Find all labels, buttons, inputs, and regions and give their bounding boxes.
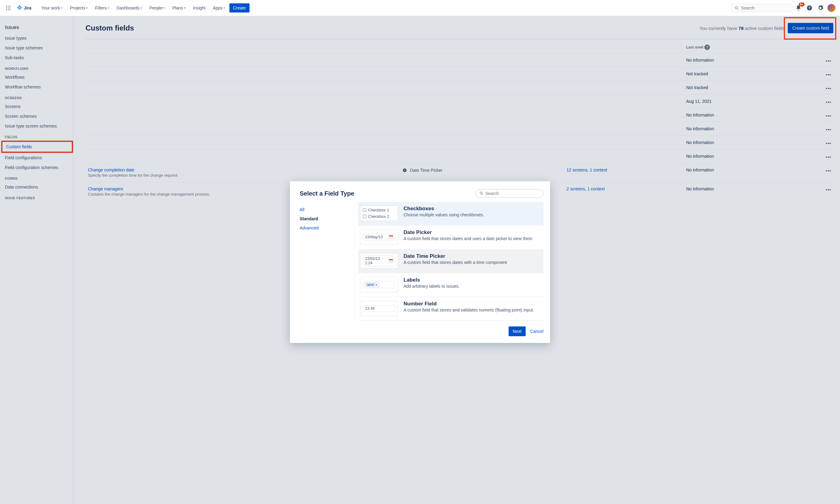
cancel-link[interactable]: Cancel [530,329,544,334]
more-actions-icon[interactable] [826,115,831,116]
chevron-down-icon: ▾ [224,6,225,10]
more-actions-icon[interactable] [826,74,831,75]
more-actions-icon[interactable] [826,189,831,191]
chevron-down-icon: ▾ [140,6,142,10]
more-actions-icon[interactable] [826,60,831,61]
profile-avatar[interactable] [826,3,836,13]
sidebar-item-issue-types[interactable]: Issue types [1,33,73,43]
last-used-value: No information [684,149,788,163]
field-type-thumbnail: 23/02/13 1:24 [360,253,398,269]
nav-apps[interactable]: Apps▾ [210,4,228,12]
admin-sidebar: Issues Issue types Issue type schemes Su… [0,16,73,504]
table-row: Not tracked [86,81,833,94]
global-search[interactable] [731,4,792,12]
field-type-option[interactable]: 13.34Number FieldA custom field that sto… [358,297,544,321]
sidebar-heading-workflows: WORKFLOWS [1,62,73,72]
more-actions-icon[interactable] [826,170,831,172]
svg-text:?: ? [808,6,810,10]
notifications-icon[interactable]: 9+ [793,3,803,13]
sidebar-heading-issue-features: ISSUE FEATURES [1,192,73,202]
svg-point-8 [10,10,11,11]
sidebar-item-field-configurations[interactable]: Field configurations [1,153,73,163]
global-search-input[interactable] [741,5,789,11]
field-name-link[interactable]: Change completion date [88,167,397,173]
field-type-title: Date Time Picker [404,253,507,259]
field-type-option[interactable]: 23/02/13 1:24Date Time PickerA custom fi… [358,250,544,273]
settings-icon[interactable] [816,3,825,13]
more-actions-icon[interactable] [826,88,831,89]
field-type-option[interactable]: 23/May/13Date PickerA custom field that … [358,226,544,250]
sidebar-item-data-connections[interactable]: Data connections [1,182,73,192]
sidebar-item-sub-tasks[interactable]: Sub-tasks [1,53,73,62]
more-actions-icon[interactable] [826,143,831,144]
next-button[interactable]: Next [509,326,526,336]
sidebar-item-field-configuration-schemes[interactable]: Field configuration schemes [1,163,73,173]
table-row: Aug 11, 2021 [86,94,833,108]
nav-plans[interactable]: Plans▾ [169,4,188,12]
nav-your-work[interactable]: Your work▾ [38,4,66,12]
last-used-value: No information [684,108,788,122]
nav-projects[interactable]: Projects▾ [67,4,91,12]
svg-point-5 [10,7,11,8]
nav-dashboards[interactable]: Dashboards▾ [113,4,145,12]
col-last-used: Last used [686,45,703,50]
field-type-thumbnail: Checkbox 1Checkbox 2 [360,205,398,221]
nav-filters[interactable]: Filters▾ [92,4,112,12]
clock-icon [402,167,408,173]
chevron-down-icon: ▾ [164,6,165,10]
sidebar-item-issue-type-screen-schemes[interactable]: Issue type screen schemes [1,121,73,131]
last-used-value: Aug 11, 2021 [684,94,788,108]
create-custom-field-button[interactable]: Create custom field [788,23,833,33]
select-field-type-modal: Select a Field Type All Standard Advance… [290,181,550,343]
svg-line-17 [482,194,483,195]
svg-point-4 [8,7,9,8]
table-row: No information [86,136,833,149]
modal-search-input[interactable] [485,191,539,196]
table-row: No information [86,108,833,122]
sidebar-heading-forms: FORMS [1,173,73,182]
more-actions-icon[interactable] [826,157,831,158]
field-type-title: Number Field [404,301,534,307]
sidebar-item-screens[interactable]: Screens [1,102,73,111]
app-switcher-icon[interactable] [4,3,13,13]
chevron-down-icon: ▾ [61,6,63,10]
chevron-down-icon: ▾ [107,6,109,10]
table-row: Not tracked [86,67,833,81]
sidebar-item-custom-fields[interactable]: Custom fields [2,142,72,151]
modal-tab-advanced[interactable]: Advanced [299,223,351,233]
jira-logo[interactable]: Jira [14,5,34,11]
modal-category-tabs: All Standard Advanced [296,202,355,321]
notification-badge: 9+ [799,2,805,6]
last-used-value: No information [684,136,788,149]
help-icon[interactable]: ? [704,44,710,50]
divider [86,39,833,39]
sidebar-item-issue-type-schemes[interactable]: Issue type schemes [1,43,73,53]
field-type-option[interactable]: Checkbox 1Checkbox 2CheckboxesChoose mul… [358,202,544,226]
nav-people[interactable]: People▾ [146,4,168,12]
field-type-thumbnail: 13.34 [360,301,398,316]
last-used-value: No information [684,182,788,201]
more-actions-icon[interactable] [826,129,831,130]
more-actions-icon[interactable] [826,102,831,103]
sidebar-item-screen-schemes[interactable]: Screen schemes [1,111,73,121]
screens-link[interactable]: 12 screens, 1 context [567,167,607,173]
field-type-label: Date Time Picker [410,168,443,173]
last-used-value: Not tracked [684,67,788,81]
modal-search[interactable] [476,189,544,198]
search-icon [735,6,739,11]
svg-point-16 [480,192,482,194]
chevron-down-icon: ▾ [86,6,88,10]
modal-tab-standard[interactable]: Standard [299,214,351,223]
sidebar-item-workflow-schemes[interactable]: Workflow schemes [1,82,73,92]
modal-tab-all[interactable]: All [299,205,351,214]
nav-insight[interactable]: Insight [190,4,209,12]
sidebar-item-workflows[interactable]: Workflows [1,72,73,82]
svg-line-10 [737,8,738,10]
create-button[interactable]: Create [229,3,250,13]
sidebar-issues[interactable]: Issues [1,22,73,33]
field-type-option[interactable]: label ✕LabelsAdd arbitrary labels to iss… [358,273,544,297]
field-type-title: Checkboxes [404,205,484,212]
screens-link[interactable]: 2 screens, 1 context [567,186,605,191]
help-icon[interactable]: ? [805,3,815,13]
svg-point-1 [8,6,9,7]
